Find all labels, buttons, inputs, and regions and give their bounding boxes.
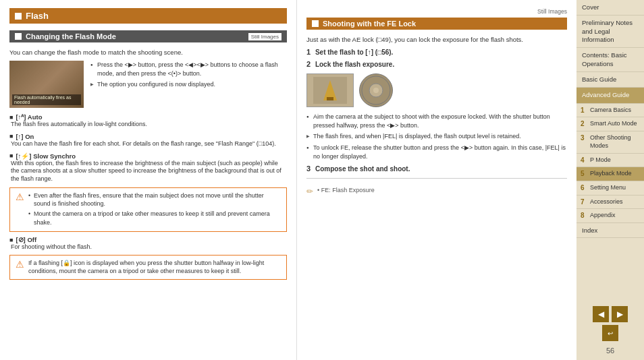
on-desc: You can have the flash fire for each sho… xyxy=(9,140,287,148)
bullet-1: Press the <▶> button, press the <◀><▶> b… xyxy=(90,61,287,78)
warning-1: Even after the flash fires, ensure that … xyxy=(28,191,281,208)
right-panel: Still Images Shooting with the FE Lock J… xyxy=(297,0,576,360)
nav-buttons: ◀ ▶ xyxy=(593,306,628,322)
off-desc: For shooting without the flash. xyxy=(9,243,287,251)
slow-flash-icon: ■ xyxy=(9,152,13,159)
orange-icon-right xyxy=(312,20,319,27)
note-box: ✏ • FE: Flash Exposure xyxy=(306,184,567,199)
fe-image-right xyxy=(359,73,393,107)
camera-image-label: Flash automatically fires as needed xyxy=(12,94,81,105)
off-section: ■ [⊘] Off For shooting without the flash… xyxy=(9,236,287,251)
warning-2: Mount the camera on a tripod or take oth… xyxy=(28,210,281,227)
press-instructions: Press the <▶> button, press the <◀><▶> b… xyxy=(90,61,287,108)
warning-box-left: ⚠ Even after the flash fires, ensure tha… xyxy=(9,187,287,232)
prev-button[interactable]: ◀ xyxy=(593,306,609,322)
sidebar-item-other-shooting[interactable]: 3 Other Shooting Modes xyxy=(576,131,644,153)
step-2-bullets: Aim the camera at the subject to shoot w… xyxy=(306,113,567,160)
svg-point-5 xyxy=(373,88,379,93)
fe-image-left xyxy=(306,73,354,107)
fe-intro: Just as with the AE lock (□49), you can … xyxy=(306,35,567,44)
off-warning-text: If a flashing [🔒] icon is displayed when… xyxy=(28,259,281,276)
sidebar-item-smart-auto[interactable]: 2 Smart Auto Mode xyxy=(576,117,644,131)
pencil-icon: ✏ xyxy=(306,187,313,196)
sidebar-item-camera-basics[interactable]: 1 Camera Basics xyxy=(576,104,644,118)
orange-square-icon xyxy=(15,13,22,20)
fe-lock-title: Shooting with the FE Lock xyxy=(306,18,567,30)
sidebar-item-advanced-guide[interactable]: Advanced Guide xyxy=(576,88,644,103)
step2-bullet-3: To unlock FE, release the shutter button… xyxy=(306,144,567,160)
flash-mode-auto: ■ [↑ᴬ] Auto The flash fires automaticall… xyxy=(9,113,287,129)
sidebar: Cover Preliminary Notes and Legal Inform… xyxy=(576,0,644,360)
auto-flash-icon: ■ xyxy=(9,114,13,121)
warning-list: Even after the flash fires, ensure that … xyxy=(28,191,281,228)
divider xyxy=(306,178,567,179)
svg-rect-2 xyxy=(327,97,333,100)
camera-image: Flash automatically fires as needed xyxy=(9,61,84,108)
sidebar-item-setting-menu[interactable]: 6 Setting Menu xyxy=(576,181,644,196)
step-2: 2 Lock the flash exposure. xyxy=(306,60,567,160)
step-1: 1 Set the flash to [↑] (□56). xyxy=(306,48,567,56)
off-warning-box: ⚠ If a flashing [🔒] icon is displayed wh… xyxy=(9,255,287,280)
flash-mode-subsection: Changing the Flash Mode Still Images xyxy=(9,30,287,42)
off-flash-icon: ■ xyxy=(9,237,13,243)
sidebar-bottom: ◀ ▶ ↩ 56 xyxy=(576,301,644,360)
flash-mode-slow: ■ [↑⚡] Slow Synchro With this option, th… xyxy=(9,152,287,183)
still-images-tag-right: Still Images xyxy=(306,8,567,15)
fe-images xyxy=(306,73,567,107)
slow-desc: With this option, the flash fires to inc… xyxy=(9,160,287,183)
step2-bullet-2: The flash fires, and when |FEL| is displ… xyxy=(306,132,567,141)
sidebar-item-appendix[interactable]: 8 Appendix xyxy=(576,209,644,223)
main-section-title: Flash xyxy=(9,8,287,24)
sidebar-item-p-mode[interactable]: 4 P Mode xyxy=(576,154,644,168)
step2-bullet-1: Aim the camera at the subject to shoot w… xyxy=(306,113,567,129)
warning-icon: ⚠ xyxy=(16,191,24,228)
sidebar-item-contents[interactable]: Contents: Basic Operations xyxy=(576,48,644,72)
square-icon xyxy=(15,33,22,40)
sidebar-item-basic-guide[interactable]: Basic Guide xyxy=(576,72,644,88)
left-panel: Flash Changing the Flash Mode Still Imag… xyxy=(0,0,297,360)
next-button[interactable]: ▶ xyxy=(612,306,628,322)
flash-intro: You can change the flash mode to match t… xyxy=(9,48,287,57)
flash-mode-on: ■ [↑] On You can have the flash fire for… xyxy=(9,133,287,148)
page-number: 56 xyxy=(606,347,614,355)
home-button[interactable]: ↩ xyxy=(602,325,618,341)
auto-desc: The flash fires automatically in low-lig… xyxy=(9,121,287,129)
off-warning-icon: ⚠ xyxy=(16,258,24,276)
sidebar-item-cover[interactable]: Cover xyxy=(576,0,644,16)
step-3: 3 Compose the shot and shoot. xyxy=(306,164,567,173)
camera-row: Flash automatically fires as needed Pres… xyxy=(9,61,287,108)
note-text: • FE: Flash Exposure xyxy=(317,187,375,196)
on-flash-icon: ■ xyxy=(9,133,13,140)
sidebar-item-accessories[interactable]: 7 Accessories xyxy=(576,196,644,210)
sidebar-item-playback[interactable]: 5 Playback Mode xyxy=(576,167,644,181)
bullet-2: The option you configured is now display… xyxy=(90,80,287,89)
sidebar-item-index[interactable]: Index xyxy=(576,223,644,238)
sidebar-item-preliminary[interactable]: Preliminary Notes and Legal Information xyxy=(576,16,644,48)
